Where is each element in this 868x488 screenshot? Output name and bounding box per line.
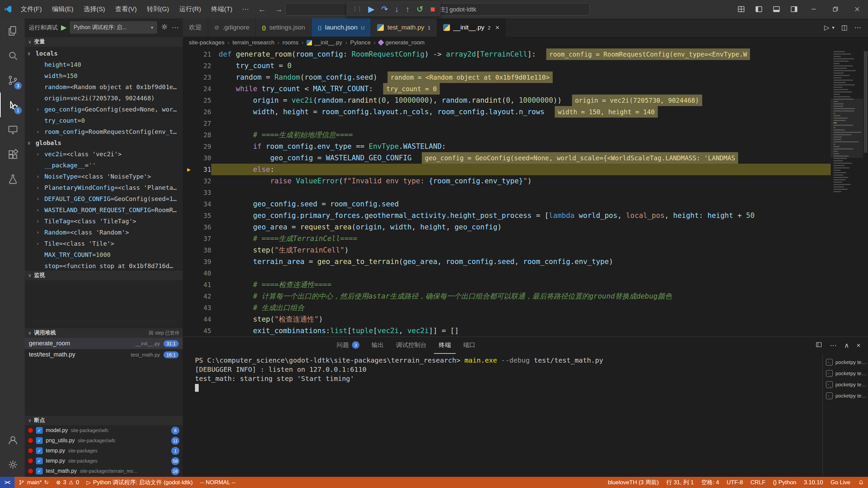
- code-line[interactable]: 34 geo_config.seed = room_config.seed: [183, 198, 831, 210]
- terminal-views-icon[interactable]: [815, 341, 823, 350]
- variable-row[interactable]: ›PlanetaryWindConfig = <class 'Planeta…: [25, 182, 183, 193]
- variable-row[interactable]: height = 140: [25, 59, 183, 70]
- panel-tab-调试控制台[interactable]: 调试控制台: [391, 337, 431, 354]
- nav-forward-icon[interactable]: →: [270, 5, 287, 14]
- tab-settings.json[interactable]: {}settings.json: [256, 18, 311, 37]
- variable-scope-row[interactable]: ∨globals: [25, 137, 183, 148]
- activity-settings[interactable]: [0, 452, 25, 477]
- code-line[interactable]: 40: [183, 267, 831, 279]
- status-eol[interactable]: CRLF: [747, 477, 769, 488]
- breakpoints-section-header[interactable]: ∨ 断点: [25, 415, 183, 425]
- checkbox-checked-icon[interactable]: ✓: [36, 468, 43, 474]
- code-line[interactable]: ▶31 else:: [183, 164, 831, 175]
- code-line[interactable]: 45 exit_combinations:list[tuple[vec2i, v…: [183, 325, 831, 337]
- editor-more-icon[interactable]: ⋯: [854, 23, 861, 32]
- scrollbar-thumb[interactable]: [864, 51, 867, 153]
- variable-row[interactable]: ›WASTELAND_ROOM_REQUEST_CONFIG = RoomR…: [25, 204, 183, 216]
- debug-step-into-icon[interactable]: ↓: [392, 5, 402, 13]
- status-cursor-position[interactable]: 行 31, 列 1: [663, 477, 697, 488]
- line-number[interactable]: 29: [195, 141, 211, 152]
- callstack-section-header[interactable]: ∨ 调用堆栈 因 step 已暂停: [25, 328, 183, 338]
- remote-indicator[interactable]: ><: [0, 477, 15, 488]
- breadcrumb-item[interactable]: site-packages: [189, 39, 224, 46]
- line-number[interactable]: 37: [195, 233, 211, 244]
- watch-body[interactable]: [25, 280, 183, 328]
- status-git-blame[interactable]: blueloveTH (3 周前): [604, 477, 663, 488]
- line-number[interactable]: 26: [195, 106, 211, 118]
- status-encoding[interactable]: UTF-8: [723, 477, 747, 488]
- debug-step-over-icon[interactable]: ↷: [378, 5, 391, 13]
- menu-item[interactable]: 文件(F): [16, 0, 47, 18]
- watch-section-header[interactable]: ∨ 监视: [25, 270, 183, 280]
- checkbox-checked-icon[interactable]: ✓: [36, 427, 43, 434]
- line-number[interactable]: 22: [195, 60, 211, 72]
- minimap[interactable]: [831, 48, 863, 337]
- terminal-list-item[interactable]: ›_pocketpy te…: [823, 390, 868, 401]
- line-number[interactable]: 24: [195, 83, 211, 95]
- activity-run-debug[interactable]: 1: [0, 93, 25, 117]
- breadcrumb-item[interactable]: generate_room: [379, 39, 425, 46]
- panel-tab-终端[interactable]: 终端: [434, 337, 456, 354]
- line-number[interactable]: 33: [195, 187, 211, 198]
- code-line[interactable]: 43 # 生成出口组合: [183, 302, 831, 313]
- status-indentation[interactable]: 空格: 4: [697, 477, 723, 488]
- window-minimize-button[interactable]: [803, 0, 825, 18]
- toggle-sidebar-left-icon[interactable]: [750, 5, 768, 14]
- tab-test_math.py[interactable]: test_math.py1: [371, 18, 437, 37]
- code-line[interactable]: 27: [183, 118, 831, 129]
- toggle-panel-icon[interactable]: [768, 5, 785, 14]
- activity-remote-explorer[interactable]: [0, 117, 25, 142]
- variable-row[interactable]: ›Random = <class 'Random'>: [25, 227, 183, 238]
- panel-tab-端口[interactable]: 端口: [458, 337, 480, 354]
- status-go-live[interactable]: Go Live: [827, 477, 854, 488]
- code-line[interactable]: 32 raise ValueError(f"Invalid env type: …: [183, 175, 831, 187]
- line-number[interactable]: 45: [195, 325, 211, 337]
- code-line[interactable]: 44 step("检查连通性"): [183, 313, 831, 325]
- code-editor[interactable]: 21def generate_room(room_config: RoomReq…: [183, 48, 868, 337]
- breadcrumb-item[interactable]: Pylance: [350, 39, 371, 46]
- code-line[interactable]: 26 width, height = room_config.layout.n_…: [183, 106, 831, 118]
- tab-.gdignore[interactable]: ⊘.gdignore: [208, 18, 256, 37]
- variable-row[interactable]: origin = vec2i(7205730, 9024468): [25, 93, 183, 104]
- variable-row[interactable]: __package__ = '': [25, 160, 183, 171]
- line-number[interactable]: 25: [195, 95, 211, 106]
- code-line[interactable]: 42 # 计算每一个出口的中心，然后使用astar生成路径，确保每一个出口组合都…: [183, 290, 831, 302]
- debug-config-dropdown[interactable]: Python 调试程序: 启... ▾: [70, 21, 157, 34]
- tab-欢迎[interactable]: 欢迎: [183, 18, 208, 37]
- line-number[interactable]: 34: [195, 198, 211, 210]
- minimap-viewport[interactable]: [831, 99, 863, 158]
- status-notifications[interactable]: [854, 477, 868, 488]
- checkbox-checked-icon[interactable]: ✓: [36, 447, 43, 454]
- breakpoint-row[interactable]: ✓temp.pysite-packages1: [25, 446, 183, 456]
- breadcrumb-item[interactable]: __init__.py: [307, 39, 342, 46]
- status-python-version[interactable]: 3.10.10: [800, 477, 827, 488]
- sidebar-more-icon[interactable]: ⋯: [172, 23, 179, 32]
- menu-overflow-button[interactable]: ⋯: [237, 5, 254, 13]
- debug-stop-icon[interactable]: ■: [427, 5, 438, 13]
- code-line[interactable]: 24 while try_count < MAX_TRY_COUNT:try_c…: [183, 83, 831, 95]
- debug-step-out-icon[interactable]: ↑: [403, 5, 413, 13]
- status-problems[interactable]: ⊗ 3 ⚠ 0: [53, 477, 83, 488]
- activity-extensions[interactable]: [0, 142, 25, 167]
- activity-testing[interactable]: [0, 167, 25, 191]
- menu-item[interactable]: 查看(V): [110, 0, 142, 18]
- status-vim-mode[interactable]: -- NORMAL --: [196, 477, 239, 488]
- terminal-output[interactable]: PS C:\computer_science\godot-ldtk\site-p…: [183, 354, 823, 477]
- nav-back-icon[interactable]: ←: [254, 5, 270, 14]
- menu-item[interactable]: 编辑(E): [47, 0, 78, 18]
- toggle-sidebar-right-icon[interactable]: [785, 5, 803, 14]
- breakpoint-row[interactable]: ✓test_math.pysite-packages\terrain_res…1…: [25, 466, 183, 476]
- line-number[interactable]: 42: [195, 290, 211, 302]
- breadcrumb-item[interactable]: terrain_research: [233, 39, 275, 46]
- code-line[interactable]: 35 geo_config.primary_forces.geothermal_…: [183, 210, 831, 221]
- debug-restart-icon[interactable]: ↺: [414, 5, 427, 13]
- stack-frame[interactable]: generate_room__init__.py31:1: [25, 338, 183, 349]
- line-number[interactable]: 31: [195, 164, 211, 175]
- debug-continue-icon[interactable]: ▶: [365, 5, 377, 13]
- window-restore-button[interactable]: [825, 0, 846, 18]
- line-number[interactable]: 36: [195, 221, 211, 233]
- start-debug-button[interactable]: ▶: [61, 23, 66, 32]
- variable-row[interactable]: ›room_config = RoomRequestConfig(env_t…: [25, 126, 183, 137]
- checkbox-checked-icon[interactable]: ✓: [36, 437, 43, 444]
- variable-scope-row[interactable]: ∨locals: [25, 48, 183, 59]
